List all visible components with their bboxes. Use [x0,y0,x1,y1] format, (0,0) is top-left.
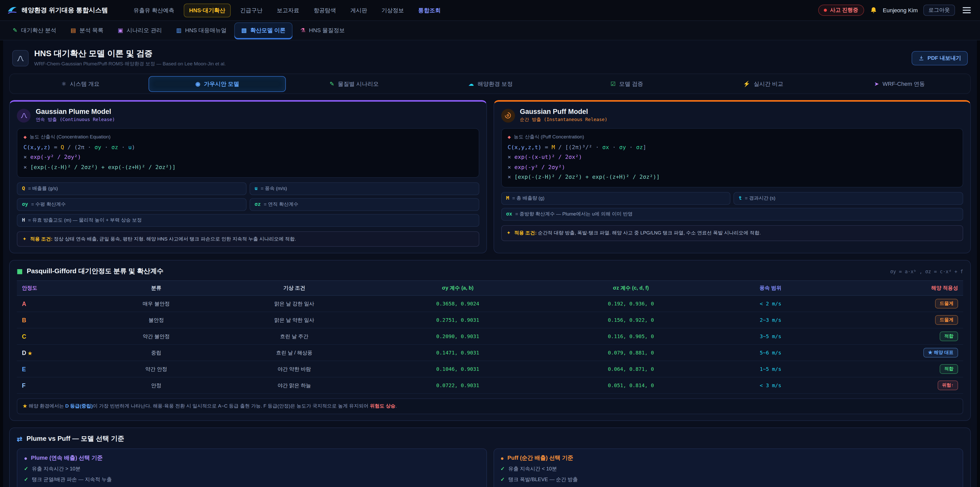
swap-icon: ⇄ [17,435,22,442]
puff-card-subtitle: 순간 방출 (Instantaneous Release) [520,117,608,123]
status-dot-icon [824,9,827,12]
purple-dot-icon: ● [24,455,27,461]
distribution-icon: ◉ [196,80,200,87]
table-row-e: E 약간 안정야간 약한 바람 0.1046, 0.90310.064, 0.8… [17,361,963,377]
param-row-sigma-z: σz = 연직 확산계수 [250,198,479,211]
orange-dot-icon: ● [501,455,504,461]
criteria-item: ✓탱크 균열/배관 파손 — 지속적 누출 [24,476,479,483]
puff-apply-note: ✦ 적용 조건: 순간적 대량 방출, 폭발·탱크 파열. 해양 사고 중 LP… [501,225,963,241]
menu-item-weather[interactable]: 기상정보 [376,4,409,17]
criteria-item: ✓탱크 폭발/BLEVE — 순간 방출 [501,476,956,483]
suitability-badge: 드물게 [935,299,958,309]
pencil-icon: ✎ [13,27,18,34]
incident-status-badge[interactable]: 사고 진행중 [818,5,864,16]
subnav-tab-hns-substance[interactable]: ⚗ HNS 물질정보 [294,23,352,38]
plume-formula-block: ◆ 농도 산출식 (Concentration Equation) C(x,y,… [17,128,479,178]
plume-formula-line-1: C(x,y,z) = Q / (2π · σy · σz · u) [24,142,473,152]
section-tab-marine-correction[interactable]: ☁ 해양환경 보정 [422,77,558,91]
puff-card-title: Gaussian Puff Model [520,108,608,115]
stability-table-card: ▦ Pasquill-Gifford 대기안정도 분류 및 확산계수 σy = … [9,260,971,421]
table-row-f: F 안정야간 맑은 하늘 0.0722, 0.90310.051, 0.814,… [17,377,963,394]
wave-logo-icon [7,5,18,15]
check-icon: ✓ [24,477,28,482]
param-row-sigma-x: σx = 종방향 확산계수 — Plume에서는 u에 의해 이미 반영 [501,208,963,220]
book-icon: ▥ [176,27,181,34]
top-nav: 해양환경 위기대응 통합시스템 유출유 확산예측 HNS·대기확산 긴급구난 보… [0,0,980,21]
pin-icon: ◆ [508,135,511,139]
section-tab-substance-scenario[interactable]: ✎ 물질별 시나리오 [286,77,422,91]
plume-params: Q = 배출률 (g/s) u = 풍속 (m/s) σy = 수평 확산계수 … [17,182,479,227]
section-tab-gaussian-model[interactable]: ◉ 가우시안 모델 [148,76,286,92]
section-tab-model-validation[interactable]: ☑ 모델 검증 [558,77,695,91]
plume-formula-line-3: × [exp(-(z-H)² / 2σz²) + exp(-(z+H)² / 2… [24,162,473,172]
suitability-badge: 위험↑ [937,381,958,390]
bell-icon[interactable] [870,6,877,14]
bell-curve-icon [17,109,30,122]
layers-icon: ▣ [118,27,123,34]
section-tab-bar: ⚛ 시스템 개요 ◉ 가우시안 모델 ✎ 물질별 시나리오 ☁ 해양환경 보정 … [9,73,971,94]
model-cards-row: Gaussian Plume Model 연속 방출 (Continuous R… [9,100,971,254]
pdf-export-button[interactable]: PDF 내보내기 [912,51,968,65]
section-tab-overview[interactable]: ⚛ 시스템 개요 [12,77,148,91]
bulb-icon: ✦ [507,229,511,237]
bar-chart-icon: ▦ [17,268,23,275]
pencil-icon: ✎ [329,80,334,87]
param-row-q: Q = 배출률 (g/s) [17,182,247,195]
criteria-item: ✓유출 지속시간 > 10분 [24,465,479,473]
param-row-t: t = 경과시간 (s) [734,192,963,205]
subnav-tab-analysis[interactable]: ✎ 대기확산 분석 [6,23,63,38]
param-row-h: H = 유효 방출고도 (m) — 물리적 높이 + 부력 상승 보정 [17,214,479,227]
model-selection-card: ⇄ Plume vs Puff — 모델 선택 기준 ● Plume (연속 배… [9,428,971,487]
page-subtitle: WRF-Chem·Gaussian Plume/Puff·ROMS·해양환경 보… [34,61,226,67]
table-row-a: A 매우 불안정맑은 날 강한 일사 0.3658, 0.90240.192, … [17,296,963,312]
rocket-icon: ➤ [874,80,879,87]
section-tab-realtime-compare[interactable]: ⚡ 실시간 비교 [695,77,831,91]
puff-formula-line-3: × exp(-y² / 2σy²) [508,162,956,172]
param-row-sigma-y: σy = 수평 확산계수 [17,198,247,211]
menu-item-aerial-search[interactable]: 항공탐색 [309,4,341,17]
subnav-tab-model-theory[interactable]: ▧ 확산모델 이론 [234,22,293,38]
subnav-tab-hns-manual[interactable]: ▥ HNS 대응매뉴얼 [169,23,233,38]
user-name: Eunjeong Kim [883,7,918,13]
param-row-m: M = 총 배출량 (g) [501,192,731,205]
stability-table: 안정도 분류 기상 조건 σy 계수 (a, b) σz 계수 (c, d, f… [17,281,963,394]
subnav-tab-scenario-manage[interactable]: ▣ 시나리오 관리 [111,23,169,38]
menu-item-rescue[interactable]: 긴급구난 [235,4,268,17]
bulb-icon: ✦ [22,235,27,243]
pin-icon: ◆ [24,135,27,139]
list-icon: ▤ [71,27,76,34]
gaussian-plume-card: Gaussian Plume Model 연속 방출 (Continuous R… [9,100,487,254]
hamburger-menu-icon[interactable] [961,5,973,15]
puff-formula-line-1: C(x,y,z,t) = M / [(2π)³/² · σx · σy · σz… [508,142,956,152]
criteria-item: ✓유출 지속시간 < 10분 [501,465,956,473]
table-row-b: B 불안정맑은 날 약한 일사 0.2751, 0.90310.156, 0.9… [17,312,963,329]
puff-formula-line-2: × exp(-(x-ut)² / 2σx²) [508,152,956,163]
chart-icon: ▧ [242,27,247,34]
subnav-tab-analysis-list[interactable]: ▤ 분석 목록 [64,23,110,38]
flask-icon: ⚗ [301,27,305,34]
suitability-badge: 드물게 [935,315,958,325]
menu-item-reports[interactable]: 보고자료 [272,4,304,17]
lightning-icon: ⚡ [743,80,750,87]
logout-button[interactable]: 로그아웃 [923,5,955,16]
menu-item-oil-spill[interactable]: 유출유 확산예측 [128,4,180,17]
plume-formula-line-2: × exp(-y² / 2σy²) [24,152,473,163]
suitability-badge: ★ 해양 대표 [923,348,958,358]
selection-title: ⇄ Plume vs Puff — 모델 선택 기준 [17,434,963,443]
star-icon: ★ [28,350,32,356]
section-tab-wrf-chem[interactable]: ➤ WRF-Chem 연동 [832,77,968,91]
puff-criteria-panel: ● Puff (순간 배출) 선택 기준 ✓유출 지속시간 < 10분 ✓탱크 … [493,449,963,487]
check-icon: ✓ [24,466,28,471]
table-row-c: C 약간 불안정흐린 날 주간 0.2090, 0.90310.116, 0.9… [17,329,963,345]
table-footnote: ★ 해양 환경에서는 D 등급(중립)이 가장 빈번하게 나타난다. 해풍·육풍… [17,399,963,414]
plume-criteria-panel: ● Plume (연속 배출) 선택 기준 ✓유출 지속시간 > 10분 ✓탱크… [17,449,487,487]
check-icon: ✓ [501,466,505,471]
table-title: ▦ Pasquill-Gifford 대기안정도 분류 및 확산계수 [17,267,164,276]
menu-item-integrated-search[interactable]: 통합조회 [413,4,446,17]
atom-icon: ⚛ [61,80,66,87]
plume-card-subtitle: 연속 방출 (Continuous Release) [36,117,115,123]
main-content: HNS 대기확산 모델 이론 및 검증 WRF-Chem·Gaussian Pl… [3,40,977,487]
menu-item-hns-diffusion[interactable]: HNS·대기확산 [183,3,231,17]
puff-formula-line-4: × [exp(-(z-H)² / 2σz²) + exp(-(z+H)² / 2… [508,172,956,182]
menu-item-board[interactable]: 게시판 [345,4,372,17]
